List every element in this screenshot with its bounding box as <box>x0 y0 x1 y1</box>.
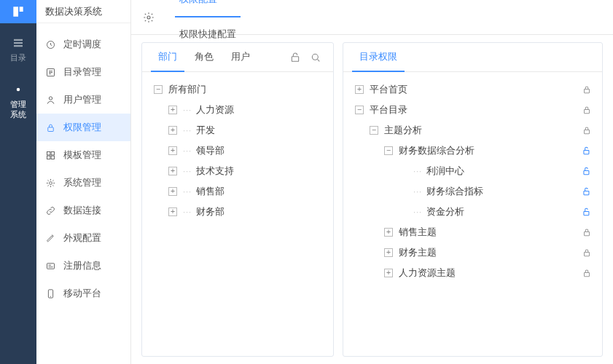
tree-toggle-icon[interactable]: + <box>168 146 177 155</box>
svg-rect-8 <box>47 151 50 154</box>
dept-tree: −所有部门+···人力资源+···开发+···领导部+···技术支持+···销售… <box>142 72 333 356</box>
svg-rect-11 <box>51 156 54 159</box>
sidebar-item-label: 系统管理 <box>63 176 101 189</box>
sidebar-item-label: 权限管理 <box>63 121 101 134</box>
subtab-role[interactable]: 角色 <box>187 43 221 72</box>
lock-icon[interactable] <box>582 105 592 115</box>
svg-rect-10 <box>47 156 50 159</box>
unlock-icon[interactable] <box>582 166 592 176</box>
tree-node[interactable]: +···人力资源 <box>148 100 327 120</box>
tree-node[interactable]: ···财务综合指标 <box>349 181 596 202</box>
tree-node[interactable]: −财务数据综合分析 <box>349 141 596 161</box>
tree-node[interactable]: +···开发 <box>148 120 327 141</box>
tree-toggle-icon[interactable]: + <box>384 228 393 237</box>
tree-node[interactable]: +平台首页 <box>349 79 596 100</box>
perm-panel: 目录权限 +平台首页−平台目录−主题分析−财务数据综合分析···利润中心···财… <box>343 42 603 357</box>
svg-rect-21 <box>584 150 589 154</box>
svg-rect-23 <box>584 191 589 194</box>
svg-rect-9 <box>51 151 54 154</box>
unlock-icon[interactable] <box>582 186 592 197</box>
unlock-icon[interactable] <box>582 207 592 217</box>
lock-icon[interactable] <box>582 125 592 135</box>
svg-point-17 <box>312 54 318 60</box>
sidebar-item-perm-manage[interactable]: 权限管理 <box>36 114 130 141</box>
search-icon[interactable] <box>307 49 324 66</box>
tree-node[interactable]: +人力资源主题 <box>349 263 596 283</box>
tree-toggle-icon[interactable]: + <box>168 187 177 196</box>
tree-node[interactable]: +···领导部 <box>148 141 327 161</box>
lock-icon[interactable] <box>582 84 592 95</box>
tree-toggle-icon[interactable]: + <box>168 207 177 216</box>
tree-label: 利润中心 <box>426 165 464 178</box>
svg-rect-26 <box>585 252 590 256</box>
tree-node[interactable]: ···利润中心 <box>349 161 596 181</box>
sidebar-item-label: 数据连接 <box>63 204 101 217</box>
sidebar-item-schedule[interactable]: 定时调度 <box>36 31 130 58</box>
tree-node[interactable]: +···财务部 <box>148 202 327 222</box>
svg-point-12 <box>50 181 52 184</box>
subtab-user[interactable]: 用户 <box>224 43 257 72</box>
tree-toggle-icon[interactable]: − <box>384 146 393 155</box>
tree-label: 领导部 <box>196 144 224 157</box>
nav-catalog[interactable]: 目录 <box>0 23 36 70</box>
tree-node[interactable]: −主题分析 <box>349 120 596 141</box>
svg-rect-24 <box>584 211 589 215</box>
tree-node[interactable]: +···技术支持 <box>148 161 327 181</box>
tree-toggle-icon[interactable]: + <box>168 126 177 135</box>
sidebar-item-sys-manage[interactable]: 系统管理 <box>36 169 130 197</box>
tree-toggle-icon[interactable]: − <box>370 126 378 135</box>
lock-icon[interactable] <box>582 248 592 258</box>
tree-node[interactable]: −平台目录 <box>349 100 596 120</box>
lock-icon[interactable] <box>582 268 592 278</box>
sidebar-item-tmpl-manage[interactable]: 模板管理 <box>36 141 130 169</box>
tree-node[interactable]: +销售主题 <box>349 222 596 242</box>
sidebar-item-label: 模板管理 <box>63 149 101 162</box>
svg-rect-1 <box>14 42 23 44</box>
tree-label: 财务数据综合分析 <box>399 144 475 157</box>
tree-toggle-icon[interactable]: − <box>355 106 364 114</box>
sidebar-item-user-manage[interactable]: 用户管理 <box>36 86 130 114</box>
tree-node[interactable]: ···资金分析 <box>349 202 596 222</box>
sidebar-item-label: 外观配置 <box>63 232 101 245</box>
tree-toggle-icon[interactable]: + <box>384 269 393 277</box>
perm-tree: +平台首页−平台目录−主题分析−财务数据综合分析···利润中心···财务综合指标… <box>343 72 602 356</box>
lock-icon[interactable] <box>582 227 592 237</box>
svg-point-3 <box>17 88 20 92</box>
tree-node[interactable]: +···销售部 <box>148 181 327 202</box>
tree-label: 财务部 <box>196 205 224 218</box>
gear-icon[interactable] <box>143 12 155 23</box>
tree-label: 技术支持 <box>196 165 234 178</box>
tree-label: 财务综合指标 <box>426 185 483 198</box>
sidebar-item-appearance[interactable]: 外观配置 <box>36 224 130 252</box>
sidebar-item-label: 注册信息 <box>63 259 101 272</box>
tree-toggle-icon[interactable]: + <box>168 106 177 114</box>
tree-label: 财务主题 <box>399 246 437 259</box>
sidebar-item-catalog-manage[interactable]: 目录管理 <box>36 58 130 86</box>
sidebar-item-register[interactable]: 注册信息 <box>36 252 130 280</box>
tree-node[interactable]: +财务主题 <box>349 242 596 263</box>
sidebar-item-mobile[interactable]: 移动平台 <box>36 280 130 307</box>
tree-dots-icon: ··· <box>183 126 192 135</box>
tree-toggle-icon[interactable]: + <box>355 85 364 94</box>
subtab-dept[interactable]: 部门 <box>151 43 184 72</box>
tree-dots-icon: ··· <box>183 207 192 216</box>
svg-rect-19 <box>585 109 590 113</box>
lock-filter-icon[interactable] <box>286 49 304 66</box>
tree-toggle-icon[interactable]: + <box>168 167 177 175</box>
sidebar-item-label: 定时调度 <box>63 38 101 51</box>
main-area: 权限配置权限快捷配置 部门角色用户 −所有部门+···人力资源+···开发+··… <box>131 0 613 364</box>
tree-label: 人力资源主题 <box>399 266 456 280</box>
tree-toggle-icon[interactable]: + <box>384 248 393 257</box>
tree-node[interactable]: −所有部门 <box>148 79 327 100</box>
unlock-icon[interactable] <box>582 146 592 156</box>
dept-panel: 部门角色用户 −所有部门+···人力资源+···开发+···领导部+···技术支… <box>141 42 334 357</box>
nav-label: 管理系统 <box>10 99 26 119</box>
sidebar-item-data-conn[interactable]: 数据连接 <box>36 197 130 224</box>
nav-manage[interactable]: 管理系统 <box>0 70 36 127</box>
svg-rect-25 <box>585 232 590 235</box>
tree-dots-icon: ··· <box>413 167 422 175</box>
svg-rect-20 <box>585 130 590 133</box>
tree-toggle-icon[interactable]: − <box>154 85 163 94</box>
tab-perm-config[interactable]: 权限配置 <box>175 0 241 17</box>
tree-label: 销售部 <box>196 185 224 198</box>
